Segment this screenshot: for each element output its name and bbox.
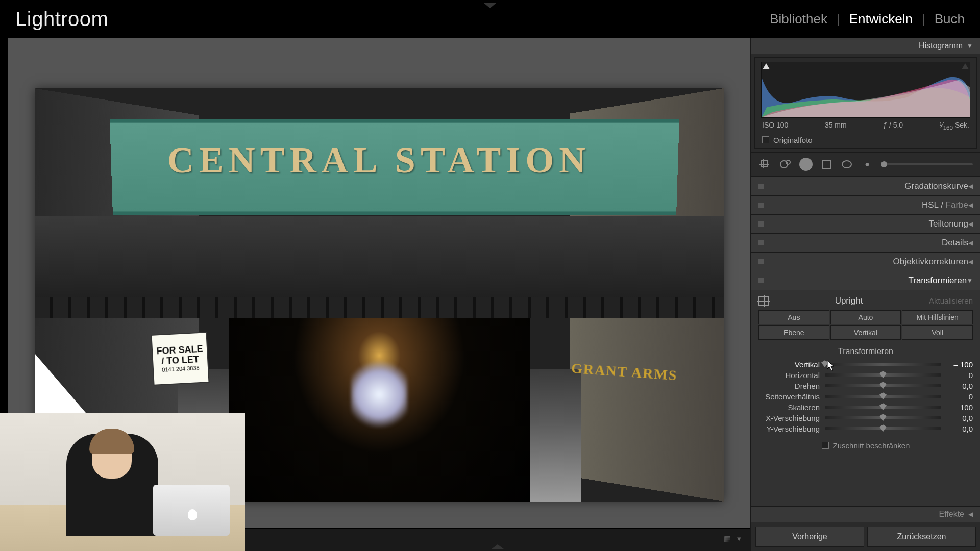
slider-aspect[interactable]: Seitenverhältnis 0 — [758, 391, 973, 402]
tool-strip: ● — [751, 152, 980, 177]
module-book[interactable]: Buch — [935, 11, 965, 27]
histogram-graph[interactable] — [761, 62, 970, 118]
original-label: Originalfoto — [773, 136, 813, 144]
previous-button[interactable]: Vorherige — [755, 527, 864, 547]
upright-vertical-button[interactable]: Vertikal — [830, 325, 901, 340]
upright-guided-button[interactable]: Mit Hilfslinien — [902, 310, 973, 324]
svg-rect-5 — [822, 160, 830, 168]
chevron-down-icon: ▼ — [967, 42, 973, 49]
spot-tool-icon[interactable] — [779, 158, 792, 171]
app-title: Lightroom — [15, 8, 108, 31]
svg-rect-0 — [761, 160, 767, 166]
original-checkbox[interactable] — [762, 136, 769, 143]
filmstrip-expand-icon[interactable]: ▾ — [737, 534, 741, 543]
module-develop[interactable]: Entwickeln — [849, 11, 913, 27]
chevron-left-icon: ◀ — [968, 202, 973, 209]
shutter-label: ¹⁄160 Sek. — [940, 121, 969, 131]
guided-upright-icon[interactable] — [758, 296, 769, 306]
slider-rotate[interactable]: Drehen 0,0 — [758, 381, 973, 391]
reset-button[interactable]: Zurücksetzen — [867, 527, 976, 547]
upright-level-button[interactable]: Ebene — [758, 325, 829, 340]
slider-horizontal[interactable]: Horizontal 0 — [758, 370, 973, 381]
filmstrip-grid-icon[interactable]: ▦ — [724, 534, 731, 543]
section-lens[interactable]: Objektivkorrekturen◀ — [751, 252, 980, 271]
slider-vertical[interactable]: Vertikal – 100 — [758, 359, 973, 370]
chevron-left-icon: ◀ — [968, 258, 973, 265]
section-effects[interactable]: Effekte◀ — [751, 506, 980, 522]
develop-panel: Histogramm▼ ISO 100 35 mm ƒ / 5,0 ¹⁄160 … — [750, 38, 980, 551]
chevron-left-icon: ◀ — [968, 220, 973, 228]
filmstrip[interactable]: ▦ ▾ — [245, 528, 750, 551]
svg-point-6 — [842, 161, 851, 168]
radial-tool-icon[interactable] — [840, 158, 853, 171]
section-tonecurve[interactable]: Gradationskurve◀ — [751, 177, 980, 195]
transform-subtitle: Transformieren — [758, 347, 973, 356]
chevron-down-icon: ▼ — [967, 277, 973, 284]
histogram-meta: ISO 100 35 mm ƒ / 5,0 ¹⁄160 Sek. — [761, 118, 970, 134]
section-hsl[interactable]: HSL / Farbe◀ — [751, 195, 980, 214]
slider-x-offset[interactable]: X-Verschiebung 0,0 — [758, 413, 973, 423]
focal-label: 35 mm — [825, 121, 847, 131]
upright-full-button[interactable]: Voll — [902, 325, 973, 340]
slider-y-offset[interactable]: Y-Verschiebung 0,0 — [758, 423, 973, 434]
upright-auto-button[interactable]: Auto — [830, 310, 901, 324]
constrain-crop-checkbox[interactable] — [822, 442, 829, 449]
apple-logo-icon — [188, 509, 197, 520]
histogram-header[interactable]: Histogramm▼ — [751, 38, 980, 54]
gradient-tool-icon[interactable] — [820, 158, 833, 171]
brush-size-slider[interactable] — [881, 163, 973, 165]
redeye-tool-icon[interactable] — [799, 158, 813, 171]
chevron-left-icon: ◀ — [968, 511, 973, 518]
webcam-overlay — [0, 413, 245, 551]
chevron-left-icon: ◀ — [968, 183, 973, 190]
upright-modes: Aus Auto Mit Hilfslinien Ebene Vertikal … — [758, 310, 973, 340]
chevron-left-icon: ◀ — [968, 239, 973, 246]
constrain-crop-label: Zuschnitt beschränken — [833, 441, 910, 450]
section-detail[interactable]: Details◀ — [751, 233, 980, 252]
section-transform[interactable]: Transformieren▼ — [751, 271, 980, 290]
module-library[interactable]: Bibliothek — [770, 11, 827, 27]
slider-scale[interactable]: Skalieren 100 — [758, 402, 973, 413]
section-splittoning[interactable]: Teiltonung◀ — [751, 214, 980, 233]
brush-tool-icon[interactable]: ● — [861, 158, 874, 171]
upright-off-button[interactable]: Aus — [758, 310, 829, 324]
upright-update[interactable]: Aktualisieren — [929, 296, 973, 305]
crop-tool-icon[interactable] — [758, 158, 772, 171]
aperture-label: ƒ / 5,0 — [883, 121, 903, 131]
separator: | — [837, 11, 840, 27]
module-picker: Bibliothek | Entwickeln | Buch — [770, 11, 965, 27]
separator: | — [922, 11, 925, 27]
iso-label: ISO 100 — [762, 121, 788, 131]
upright-title: Upright — [835, 296, 863, 306]
station-sign: CENTRAL STATION — [35, 139, 724, 182]
